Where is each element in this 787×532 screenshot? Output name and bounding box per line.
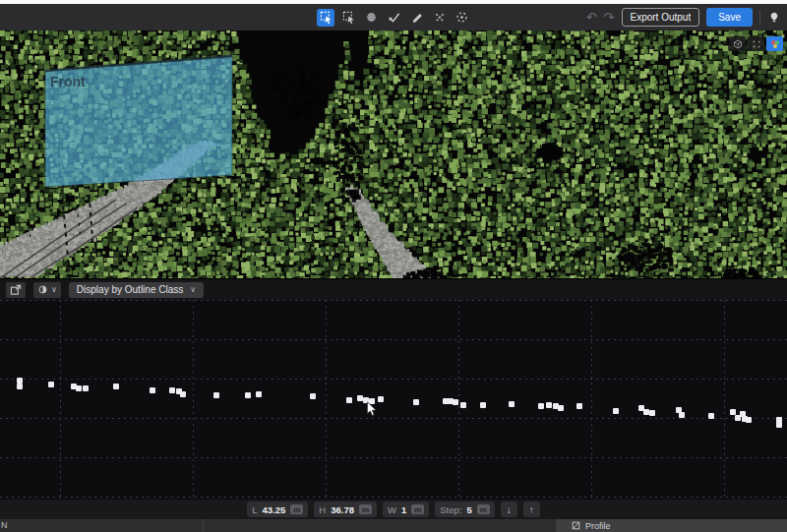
unit-badge: m	[290, 504, 303, 514]
grid-line-horizontal	[0, 497, 787, 498]
profile-point	[776, 422, 782, 428]
profile-point	[180, 391, 186, 397]
field-value[interactable]: 1	[401, 504, 406, 515]
display-mode-button-2[interactable]	[748, 36, 764, 51]
unit-badge: m	[411, 504, 424, 514]
grid-line-horizontal	[0, 457, 787, 458]
profile-point	[746, 417, 752, 423]
profile-point	[509, 401, 515, 407]
polygon-select-icon	[342, 11, 355, 24]
rgb-colors-icon	[769, 38, 781, 50]
profile-point	[649, 410, 655, 416]
profile-point	[413, 399, 419, 405]
selection-tools-group	[317, 9, 470, 27]
mouse-cursor	[366, 401, 378, 417]
lightbulb-icon[interactable]	[767, 11, 781, 25]
profile-point	[460, 402, 466, 408]
field-value[interactable]: 5	[466, 504, 471, 515]
export-output-button[interactable]: Export Output	[622, 8, 700, 27]
grid-line-horizontal	[0, 418, 787, 419]
display-by-dropdown[interactable]: Display by Outline Class ∨	[69, 282, 204, 298]
h-field[interactable]: H36.78m	[314, 502, 377, 517]
profile-bottom-toolbar: L43.25mH36.78mW1mStep:5m ↓ ↑	[0, 500, 787, 519]
profile-plot-area[interactable]	[0, 300, 787, 500]
rect-select-tool-button[interactable]	[317, 9, 334, 27]
top-toolbar: ↶ ↷ Export Output Save	[0, 4, 787, 30]
toolbar-actions-group: ↶ ↷ Export Output Save	[586, 8, 781, 27]
profile-point	[576, 403, 582, 409]
profile-point	[480, 402, 486, 408]
toolbar-divider	[759, 11, 760, 25]
undo-icon[interactable]: ↶	[586, 11, 597, 24]
statusbar-divider	[203, 519, 204, 532]
focus-crosshair-icon	[455, 11, 468, 24]
profile-point	[679, 412, 685, 418]
profile-point	[310, 393, 316, 399]
profile-tab-label: Profile	[585, 521, 611, 531]
field-label: Step:	[440, 504, 461, 515]
focus-tool-button[interactable]	[453, 9, 470, 27]
grid-line-horizontal	[0, 379, 787, 380]
unit-badge: m	[359, 504, 372, 514]
w-field[interactable]: W1m	[383, 502, 429, 517]
cut-tool-button[interactable]	[430, 9, 448, 27]
profile-point	[346, 397, 352, 403]
profile-point	[256, 391, 262, 397]
profile-point	[378, 396, 384, 402]
cut-x-icon	[433, 11, 446, 24]
profile-point	[546, 402, 552, 408]
rgb-color-mode-button[interactable]	[766, 36, 783, 51]
save-button[interactable]: Save	[706, 8, 753, 27]
field-label: H	[319, 504, 326, 515]
sphere-icon	[365, 11, 378, 24]
profile-point	[245, 392, 251, 398]
l-field[interactable]: L43.25m	[247, 502, 308, 517]
field-label: W	[388, 504, 396, 515]
profile-point	[17, 384, 23, 389]
open-in-new-icon	[10, 284, 22, 296]
grid-line-vertical	[326, 300, 327, 500]
step-down-button[interactable]: ↓	[501, 502, 517, 517]
grid-line-vertical	[458, 300, 459, 500]
grid-line-horizontal	[0, 339, 787, 340]
dimension-fields-group: L43.25mH36.78mW1mStep:5m	[247, 502, 494, 517]
profile-point	[83, 385, 89, 391]
sphere-select-tool-button[interactable]	[362, 9, 380, 27]
grid-line-vertical	[60, 300, 61, 500]
terrain-point-cloud[interactable]	[0, 30, 787, 278]
field-value[interactable]: 43.25	[263, 504, 286, 515]
grid-line-vertical	[591, 300, 592, 500]
profile-point	[76, 385, 82, 391]
statusbar-left-text: N	[1, 520, 8, 530]
step-up-button[interactable]: ↑	[523, 502, 540, 517]
display-by-dropdown-label: Display by Outline Class	[77, 284, 183, 295]
profile-section-icon	[572, 521, 580, 530]
polygon-select-tool-button[interactable]	[339, 9, 357, 27]
open-in-window-button[interactable]	[6, 282, 26, 298]
profile-point	[613, 408, 619, 414]
profile-panel-header: ∨ Display by Outline Class ∨	[0, 278, 787, 300]
profile-tab[interactable]: Profile	[556, 519, 787, 532]
point-display-dropdown-button[interactable]: ∨	[33, 282, 61, 298]
point-cloud-viewport[interactable]: Front	[0, 30, 787, 278]
status-bar: N Profile	[0, 519, 787, 532]
profile-point	[113, 384, 119, 389]
field-label: L	[252, 504, 257, 515]
grid-line-vertical	[724, 300, 725, 500]
chevron-down-icon: ∨	[190, 285, 196, 294]
profile-point	[708, 413, 714, 419]
field-value[interactable]: 36.78	[331, 504, 354, 515]
brush-select-tool-button[interactable]	[385, 9, 402, 27]
chevron-down-icon: ∨	[51, 285, 57, 294]
profile-point	[558, 405, 564, 411]
point-color-icon	[37, 284, 48, 295]
step-field[interactable]: Step:5m	[435, 502, 494, 517]
redo-icon[interactable]: ↷	[604, 11, 615, 24]
profile-point	[453, 399, 458, 405]
rect-select-icon	[320, 11, 333, 24]
profile-point	[169, 387, 175, 393]
pencil-tool-button[interactable]	[407, 9, 425, 27]
viewport-display-buttons	[729, 36, 783, 51]
grid-line-vertical	[193, 300, 194, 500]
display-mode-button-1[interactable]	[729, 36, 746, 51]
